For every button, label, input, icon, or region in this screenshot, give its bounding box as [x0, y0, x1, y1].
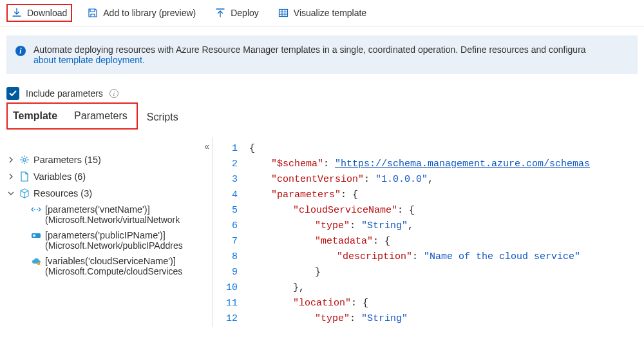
tree-resources[interactable]: Resources (3)	[6, 185, 213, 202]
line-number: 3	[213, 172, 238, 188]
info-content: Automate deploying resources with Azure …	[33, 44, 586, 65]
line-number: 11	[213, 296, 238, 311]
line-number: 12	[213, 311, 238, 327]
main-body: « Parameters (15) Variables (6)	[0, 137, 644, 327]
chevron-right-icon	[6, 171, 15, 182]
chevron-right-icon	[6, 155, 15, 165]
resource-item[interactable]: [parameters('vnetName')] (Microsoft.Netw…	[6, 202, 213, 227]
resource-name: [parameters('vnetName')]	[45, 204, 150, 215]
include-parameters-label: Include parameters	[26, 88, 103, 99]
line-number: 7	[213, 234, 238, 249]
line-number: 1	[213, 141, 238, 157]
include-parameters-row: Include parameters i	[6, 87, 638, 100]
svg-point-3	[37, 209, 38, 210]
download-label: Download	[27, 8, 67, 18]
grid-icon	[278, 8, 289, 18]
tree-resources-label: Resources (3)	[33, 188, 92, 198]
chevron-down-icon	[6, 188, 15, 198]
tree-parameters-label: Parameters (15)	[33, 155, 101, 165]
file-icon	[19, 171, 30, 182]
visualize-button[interactable]: Visualize template	[274, 5, 370, 21]
tab-scripts[interactable]: Scripts	[138, 105, 187, 130]
tab-parameters[interactable]: Parameters	[73, 108, 129, 124]
line-number: 10	[213, 280, 238, 296]
add-to-library-label: Add to library (preview)	[103, 8, 196, 18]
collapse-tree-icon[interactable]: «	[6, 141, 213, 151]
tabs: Template Parameters Scripts	[6, 102, 638, 130]
deploy-button[interactable]: Deploy	[211, 5, 263, 21]
code-editor[interactable]: 1 2 3 4 5 6 7 8 9 10 11 12 { "$schema": …	[213, 137, 644, 327]
deploy-label: Deploy	[231, 8, 259, 18]
resource-name: [parameters('publicIPName')]	[45, 230, 166, 240]
cloud-icon	[31, 256, 41, 266]
line-number: 8	[213, 249, 238, 265]
svg-point-2	[34, 209, 35, 210]
resource-item[interactable]: [variables('cloudServiceName')] (Microso…	[6, 253, 213, 279]
info-icon: i	[15, 46, 26, 56]
tree-variables-label: Variables (6)	[33, 171, 86, 182]
info-link[interactable]: about template deployment.	[33, 55, 145, 65]
gear-icon	[19, 155, 30, 165]
toolbar: Download Add to library (preview) Deploy…	[0, 0, 644, 26]
highlighted-tab-group: Template Parameters	[6, 102, 138, 130]
line-number: 6	[213, 218, 238, 234]
svg-rect-5	[33, 235, 35, 237]
visualize-label: Visualize template	[294, 8, 366, 18]
public-ip-icon	[31, 230, 41, 240]
resource-item[interactable]: [parameters('publicIPName')] (Microsoft.…	[6, 227, 213, 253]
svg-point-1	[23, 159, 26, 161]
resource-name: [variables('cloudServiceName')]	[45, 256, 176, 266]
line-gutter: 1 2 3 4 5 6 7 8 9 10 11 12	[213, 137, 245, 327]
resource-type: (Microsoft.Compute/cloudServices	[31, 266, 213, 276]
add-to-library-button[interactable]: Add to library (preview)	[84, 5, 200, 21]
code-body: { "$schema": "https://schema.management.…	[245, 137, 590, 327]
resource-type: (Microsoft.Network/virtualNetwork	[31, 215, 213, 225]
tree-parameters[interactable]: Parameters (15)	[6, 151, 213, 168]
vnet-icon	[31, 204, 41, 215]
svg-point-6	[37, 262, 41, 266]
line-number: 5	[213, 203, 238, 218]
tab-template[interactable]: Template	[12, 108, 59, 124]
resource-tree: « Parameters (15) Variables (6)	[0, 137, 213, 327]
line-number: 2	[213, 157, 238, 172]
info-circle-icon[interactable]: i	[109, 89, 118, 98]
info-banner: i Automate deploying resources with Azur…	[6, 35, 638, 74]
upload-icon	[215, 8, 225, 18]
svg-rect-0	[279, 10, 287, 17]
tree-variables[interactable]: Variables (6)	[6, 168, 213, 185]
resource-type: (Microsoft.Network/publicIPAddres	[31, 240, 213, 251]
cube-icon	[19, 188, 30, 198]
include-parameters-checkbox[interactable]	[6, 87, 19, 100]
line-number: 9	[213, 265, 238, 280]
download-icon	[12, 8, 22, 18]
line-number: 4	[213, 188, 238, 203]
info-text: Automate deploying resources with Azure …	[33, 44, 586, 55]
download-button[interactable]: Download	[6, 4, 72, 22]
save-icon	[88, 8, 98, 18]
